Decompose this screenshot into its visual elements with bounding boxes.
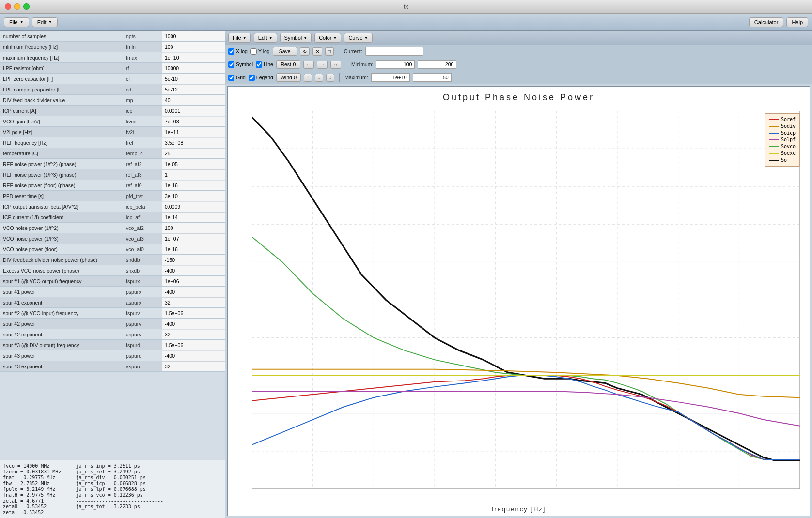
rt-symbol-menu[interactable]: Symbol ▼ [280,33,312,43]
param-label: LPF damping capacitor [F] [0,86,123,93]
param-name: vco_af3 [123,235,162,243]
param-input[interactable] [162,149,225,158]
table-row: spur #2 (@ VCO input) frequency fspurv [0,308,225,319]
down-arrow-button[interactable]: ↓ [315,74,323,82]
table-row: REF frequency [Hz] fref [0,137,225,148]
param-label: maximum frequency [Hz] [0,54,123,61]
param-input[interactable] [162,234,225,244]
param-label: number of samples [0,32,123,40]
param-input[interactable] [162,319,225,329]
param-input[interactable] [162,213,225,222]
symbol-checkbox-label[interactable]: Symbol [228,61,253,68]
table-row: LPF zero capacitor [F] cf [0,74,225,84]
symbol-checkbox[interactable] [228,61,234,68]
param-name: fmax [123,54,162,61]
maximize-button[interactable] [23,3,30,10]
param-input[interactable] [162,106,225,116]
param-input[interactable] [162,191,225,201]
param-input[interactable] [162,181,225,190]
minimize-button[interactable] [14,3,20,10]
table-row: REF noise power (1/f^2) (phase) ref_af2 [0,159,225,169]
up-arrow-button[interactable]: ↑ [304,74,312,82]
param-input[interactable] [162,42,225,52]
left-arrow-button[interactable]: ← [303,61,314,69]
info-line: fnat = 0.29775 MHz [3,475,61,480]
calculator-button[interactable]: Calculator [749,17,784,27]
param-input[interactable] [162,255,225,265]
param-name: icp_beta [123,203,162,211]
line-checkbox-label[interactable]: Line [256,61,273,68]
param-input[interactable] [162,287,225,297]
param-label: PFD reset time [s] [0,192,123,200]
refresh-button[interactable]: ↻ [300,47,310,56]
param-input[interactable] [162,223,225,233]
param-input[interactable] [162,266,225,275]
current-input[interactable] [365,47,423,56]
param-input[interactable] [162,138,225,148]
param-input[interactable] [162,117,225,126]
param-input[interactable] [162,276,225,286]
param-input[interactable] [162,244,225,254]
rt-file-arrow: ▼ [243,36,247,40]
lr-arrow-button[interactable]: ↔ [330,61,341,69]
ylog-checkbox-label[interactable]: Y log [250,48,270,55]
xlog-checkbox-label[interactable]: X log [228,48,248,55]
window-controls[interactable] [5,3,30,10]
param-input[interactable] [162,202,225,212]
legend-checkbox-label[interactable]: Legend [249,75,273,81]
param-input[interactable] [162,340,225,350]
param-input[interactable] [162,127,225,137]
param-input[interactable] [162,53,225,62]
param-name: pfd_trst [123,192,162,200]
param-input[interactable] [162,298,225,307]
table-row: spur #1 (@ VCO output) frequency fspurx [0,276,225,287]
param-name: cd [123,86,162,93]
param-input[interactable] [162,85,225,94]
param-input[interactable] [162,95,225,105]
param-name: ref_af3 [123,171,162,179]
line-checkbox[interactable] [256,61,262,68]
help-button[interactable]: Help [786,17,808,27]
rt-curve-menu[interactable]: Curve ▼ [344,33,372,43]
ud-arrow-button[interactable]: ↕ [326,74,334,82]
param-input[interactable] [162,308,225,318]
legend-checkbox[interactable] [249,75,255,81]
param-input[interactable] [162,159,225,169]
param-input[interactable] [162,351,225,361]
menu-bar: File ▼ Edit ▼ Calculator Help [0,14,812,31]
param-label: spur #3 (@ DIV output) frequency [0,341,123,349]
close-button[interactable] [5,3,11,10]
minimum-value: 100 [376,60,415,69]
table-row: DIV feedback divider noise power (phase)… [0,255,225,265]
edit-menu[interactable]: Edit ▼ [32,17,58,27]
rt-edit-menu[interactable]: Edit ▼ [254,33,277,43]
param-input[interactable] [162,63,225,73]
right-arrow-button[interactable]: → [317,61,328,69]
ylog-checkbox[interactable] [250,48,257,55]
table-row: temperature [C] temp_c [0,148,225,159]
save-button[interactable]: Save [273,47,297,56]
table-row: spur #2 power pspurv [0,319,225,329]
param-input[interactable] [162,74,225,84]
table-row: VCO noise power (floor) vco_af0 [0,244,225,255]
xlog-checkbox[interactable] [228,48,234,55]
wind0-button[interactable]: Wind-0 [276,73,301,82]
param-label: DIV feed-back divider value [0,96,123,104]
param-input[interactable] [162,330,225,339]
divider-2 [346,60,346,69]
square-button[interactable]: □ [325,47,334,56]
file-menu[interactable]: File ▼ [4,17,29,27]
info-line: ja_rms_ref = 3.2192 ps [76,469,163,474]
param-input[interactable] [162,170,225,180]
rt-file-menu[interactable]: File ▼ [228,33,251,43]
grid-checkbox[interactable] [228,75,234,81]
zoom-button[interactable]: ✕ [312,47,322,56]
table-row: spur #2 exponent aspurv [0,329,225,340]
grid-checkbox-label[interactable]: Grid [228,75,246,81]
rest0-button[interactable]: Rest-0 [276,60,300,69]
param-input[interactable] [162,362,225,371]
legend-line [769,139,779,140]
rt-color-menu[interactable]: Color ▼ [314,33,341,43]
param-input[interactable] [162,31,225,41]
legend-line [769,126,779,127]
